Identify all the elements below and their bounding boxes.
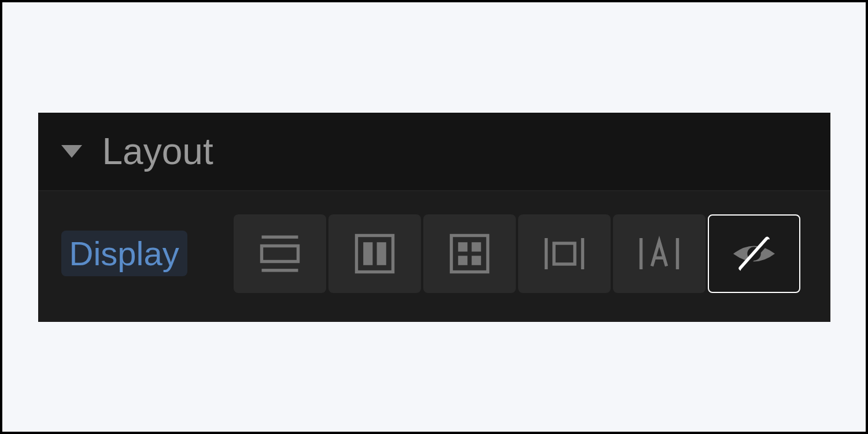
- section-title: Layout: [102, 130, 213, 173]
- block-icon: [254, 228, 306, 280]
- svg-rect-6: [451, 235, 487, 272]
- display-inline-block-button[interactable]: [518, 214, 611, 293]
- svg-rect-8: [471, 242, 481, 251]
- svg-rect-7: [458, 242, 467, 251]
- display-none-button[interactable]: [708, 214, 800, 293]
- svg-rect-1: [261, 246, 298, 261]
- svg-rect-9: [458, 255, 467, 265]
- display-inline-button[interactable]: [613, 214, 706, 293]
- display-grid-button[interactable]: [423, 214, 516, 293]
- hidden-eye-icon: [728, 228, 780, 280]
- inline-icon: [633, 228, 685, 280]
- svg-rect-5: [376, 242, 386, 265]
- flex-icon: [349, 228, 401, 280]
- svg-rect-0: [261, 235, 298, 238]
- display-label[interactable]: Display: [61, 231, 187, 276]
- svg-rect-13: [581, 238, 583, 269]
- svg-rect-12: [554, 243, 575, 264]
- svg-rect-2: [261, 269, 298, 272]
- svg-rect-4: [363, 242, 372, 265]
- layout-panel: Layout Display: [38, 113, 830, 322]
- svg-rect-11: [544, 238, 547, 269]
- display-block-button[interactable]: [234, 214, 326, 293]
- display-property-row: Display: [38, 191, 830, 322]
- grid-icon: [444, 228, 496, 280]
- display-options-group: [234, 214, 800, 293]
- collapse-arrow-icon: [61, 145, 82, 158]
- layout-section-header[interactable]: Layout: [38, 113, 830, 191]
- display-flex-button[interactable]: [328, 214, 421, 293]
- svg-rect-14: [639, 238, 642, 269]
- inline-block-icon: [538, 228, 590, 280]
- svg-rect-15: [675, 238, 678, 269]
- svg-rect-10: [471, 255, 481, 265]
- svg-rect-3: [356, 235, 393, 272]
